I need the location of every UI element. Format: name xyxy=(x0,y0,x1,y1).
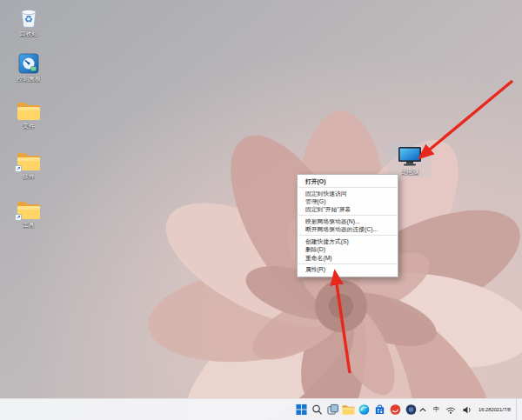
windows-logo-icon xyxy=(296,404,307,416)
control-panel-icon xyxy=(18,53,39,74)
wifi-icon xyxy=(445,405,456,415)
menu-separator xyxy=(298,187,397,188)
clock-time: 16:28 xyxy=(478,407,492,413)
search-icon xyxy=(311,404,323,416)
this-pc-icon xyxy=(398,146,422,167)
desktop-icon-this-pc[interactable]: 此电脑 xyxy=(387,143,432,177)
svg-text:♻: ♻ xyxy=(24,14,33,24)
menu-separator xyxy=(298,263,397,264)
menu-item-delete[interactable]: 删除(D) xyxy=(298,245,398,253)
desktop-icon-label: 此电脑 xyxy=(401,169,419,176)
task-view-icon xyxy=(327,404,338,416)
desktop-icon-control-panel[interactable]: 控制面板 xyxy=(2,50,56,83)
chevron-up-icon xyxy=(418,405,427,414)
edge-button[interactable] xyxy=(357,403,371,417)
search-button[interactable] xyxy=(310,403,324,417)
desktop: ♻ 回收站 控制面板 xyxy=(0,0,522,420)
volume-button[interactable] xyxy=(461,402,473,417)
menu-item-manage[interactable]: 管理(G) xyxy=(298,197,398,205)
menu-item-create-shortcut[interactable]: 创建快捷方式(S) xyxy=(298,237,398,245)
show-desktop-button[interactable] xyxy=(516,399,519,420)
file-explorer-button[interactable] xyxy=(341,403,355,417)
task-view-button[interactable] xyxy=(325,403,339,417)
menu-item-pin-quick-access[interactable]: 固定到快速访问 xyxy=(298,190,398,197)
folder-icon xyxy=(17,102,41,121)
menu-separator xyxy=(298,235,397,236)
system-tray: 中 16:28 2021/7/8 xyxy=(418,399,519,420)
red-app-icon xyxy=(390,404,401,416)
dark-app-icon xyxy=(405,404,417,416)
pinned-app-red-button[interactable] xyxy=(388,403,402,417)
desktop-icon-label: 控制面板 xyxy=(17,76,41,83)
taskbar: 中 16:28 2021/7/8 xyxy=(0,398,522,420)
menu-item-properties[interactable]: 属性(R) xyxy=(298,265,398,273)
shortcut-arrow-icon: ↗ xyxy=(15,214,22,221)
hidden-icons-button[interactable] xyxy=(418,402,428,417)
network-button[interactable] xyxy=(445,402,457,417)
ime-indicator[interactable]: 中 xyxy=(432,402,440,417)
desktop-icon-folder-3[interactable]: ↗ 工具 xyxy=(2,197,56,229)
menu-item-map-network-drive[interactable]: 映射网络驱动器(N)... xyxy=(298,217,398,225)
wallpaper xyxy=(0,0,522,420)
desktop-icon-label: 回收站 xyxy=(20,30,38,37)
menu-separator xyxy=(298,215,397,216)
start-button[interactable] xyxy=(294,403,308,417)
desktop-icon-label: 软件 xyxy=(23,173,35,180)
desktop-icon-folder-1[interactable]: 文件 xyxy=(2,97,56,130)
file-explorer-icon xyxy=(342,404,355,415)
speaker-icon xyxy=(462,405,472,415)
pinned-app-dark-button[interactable] xyxy=(404,403,418,417)
menu-item-pin-start[interactable]: 固定到"开始"屏幕 xyxy=(298,205,398,213)
store-button[interactable] xyxy=(372,403,386,417)
clock-date: 2021/7/8 xyxy=(491,407,511,413)
desktop-icon-label: 文件 xyxy=(23,123,35,130)
menu-item-open[interactable]: 打开(O) xyxy=(298,177,398,185)
context-menu: 打开(O) 固定到快速访问 管理(G) 固定到"开始"屏幕 映射网络驱动器(N)… xyxy=(297,174,398,277)
store-icon xyxy=(374,404,385,416)
menu-item-rename[interactable]: 重命名(M) xyxy=(298,254,398,262)
desktop-icon-label: 工具 xyxy=(23,222,35,229)
clock[interactable]: 16:28 2021/7/8 xyxy=(478,402,512,417)
taskbar-icons xyxy=(294,403,418,417)
desktop-icon-folder-2[interactable]: ↗ 软件 xyxy=(2,148,56,180)
shortcut-arrow-icon: ↗ xyxy=(15,165,22,172)
edge-icon xyxy=(358,404,370,416)
recycle-bin-icon: ♻ xyxy=(18,6,39,29)
menu-item-disconnect-network-drive[interactable]: 断开网络驱动器的连接(C)... xyxy=(298,225,398,233)
desktop-icon-recycle-bin[interactable]: ♻ 回收站 xyxy=(2,5,56,37)
